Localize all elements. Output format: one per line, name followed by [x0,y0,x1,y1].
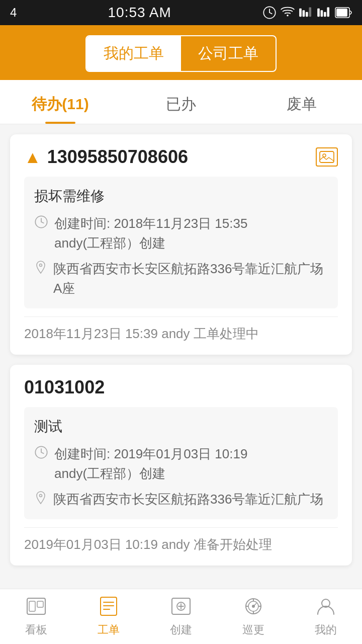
card2-location-row: 陕西省西安市长安区航拓路336号靠近汇航广场 [34,490,328,509]
svg-point-1 [287,15,289,17]
order-card-2[interactable]: 01031002 测试 创建时间: 2019年01月03日 10:19 andy… [10,365,352,566]
card1-time-text: 创建时间: 2018年11月23日 15:35 andy(工程部）创建 [54,214,247,253]
svg-rect-20 [37,601,43,607]
card2-type: 测试 [34,417,328,436]
svg-rect-7 [321,10,323,17]
card2-id: 01031002 [24,377,338,398]
svg-point-13 [323,154,326,157]
create-label: 创建 [170,622,192,637]
card1-location-text: 陕西省西安市长安区航拓路336号靠近汇航广场A座 [53,259,328,298]
card1-type: 损坏需维修 [34,187,328,206]
card2-location-text: 陕西省西安市长安区航拓路336号靠近汇航广场 [53,490,323,509]
pending-tab[interactable]: 待办(11) [0,80,121,124]
svg-rect-5 [309,8,311,17]
card1-id: 13095850708606 [47,146,310,168]
nav-mine[interactable]: 我的 [290,589,362,644]
svg-rect-4 [306,12,308,17]
card1-time-row: 创建时间: 2018年11月23日 15:35 andy(工程部）创建 [34,214,328,253]
kanban-icon [25,596,47,619]
status-time: 10:53 AM [108,5,171,21]
svg-point-17 [40,495,42,497]
patrol-icon [242,596,264,619]
card2-info-box: 测试 创建时间: 2019年01月03日 10:19 andy(工程部）创建 陕… [24,407,338,519]
mine-label: 我的 [315,622,337,637]
sub-tabs: 待办(11) 已办 废单 [0,80,362,124]
svg-rect-2 [299,9,302,17]
svg-line-36 [253,603,256,606]
card1-location-row: 陕西省西安市长安区航拓路336号靠近汇航广场A座 [34,259,328,298]
status-bar: 4 10:53 AM [0,0,362,25]
mine-icon [315,596,337,619]
svg-rect-19 [29,601,35,611]
kanban-label: 看板 [25,622,47,637]
nav-kanban[interactable]: 看板 [0,589,72,644]
create-icon [170,596,192,619]
svg-rect-11 [336,9,347,17]
tab-switcher-container: 我的工单 公司工单 [15,35,347,80]
location-icon [34,260,47,278]
svg-rect-3 [303,10,305,17]
card1-header: ▲ 13095850708606 [24,146,338,168]
done-tab[interactable]: 已办 [121,80,241,124]
main-tab-switcher: 我的工单 公司工单 [85,35,277,72]
patrol-label: 巡更 [242,622,264,637]
card1-info-box: 损坏需维修 创建时间: 2018年11月23日 15:35 andy(工程部）创… [24,177,338,308]
company-orders-tab[interactable]: 公司工单 [181,36,276,71]
card2-time-text: 创建时间: 2019年01月03日 10:19 andy(工程部）创建 [54,444,247,484]
clock-icon [34,215,48,232]
workorder-icon [98,596,120,619]
header: 我的工单 公司工单 [0,25,362,80]
nav-patrol[interactable]: 巡更 [217,589,290,644]
nav-workorder[interactable]: 工单 [72,589,145,644]
card2-footer: 2019年01月03日 10:19 andy 准备开始处理 [24,527,338,553]
nav-create[interactable]: 创建 [145,589,217,644]
svg-rect-12 [320,151,334,163]
svg-rect-18 [27,598,45,614]
bottom-nav: 看板 工单 创建 [0,589,362,644]
card1-image-btn[interactable] [316,147,338,167]
order-list: ▲ 13095850708606 损坏需维修 创建时间: 2018年11月23日… [0,124,362,631]
workorder-label: 工单 [98,622,120,637]
clock-icon-2 [34,445,48,463]
card2-time-row: 创建时间: 2019年01月03日 10:19 andy(工程部）创建 [34,444,328,484]
svg-rect-9 [327,8,329,17]
废单-tab[interactable]: 废单 [241,80,362,124]
svg-rect-8 [324,12,326,17]
svg-point-15 [40,264,42,267]
status-left: 4 [10,6,17,20]
status-icons [262,6,352,20]
location-icon-2 [34,491,47,508]
card2-header: 01031002 [24,377,338,398]
order-card-1[interactable]: ▲ 13095850708606 损坏需维修 创建时间: 2018年11月23日… [10,134,352,355]
my-orders-tab[interactable]: 我的工单 [86,36,181,71]
svg-rect-6 [317,9,320,17]
warning-icon: ▲ [24,147,41,167]
card1-footer: 2018年11月23日 15:39 andy 工单处理中 [24,316,338,343]
